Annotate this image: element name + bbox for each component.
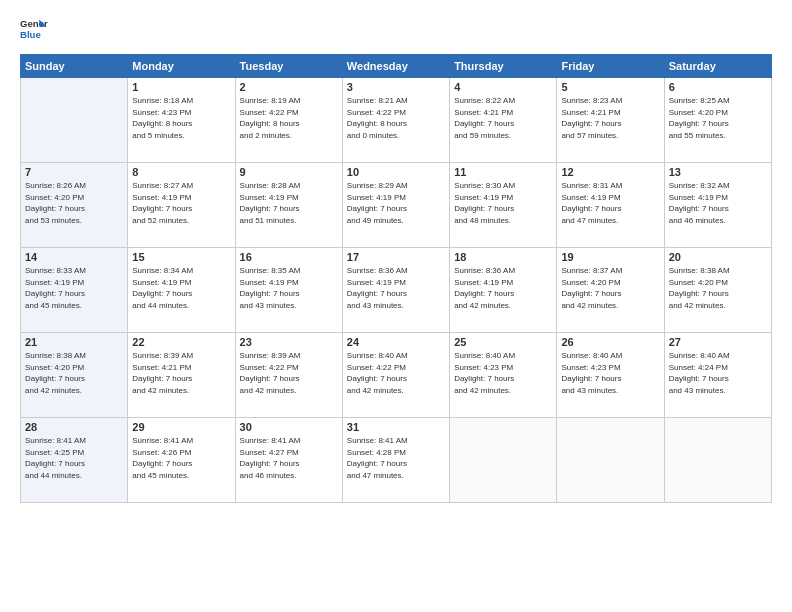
cell-info: Sunrise: 8:21 AMSunset: 4:22 PMDaylight:…: [347, 95, 445, 141]
calendar-cell: 8Sunrise: 8:27 AMSunset: 4:19 PMDaylight…: [128, 163, 235, 248]
calendar-cell: 2Sunrise: 8:19 AMSunset: 4:22 PMDaylight…: [235, 78, 342, 163]
cell-info: Sunrise: 8:40 AMSunset: 4:24 PMDaylight:…: [669, 350, 767, 396]
calendar-cell: 18Sunrise: 8:36 AMSunset: 4:19 PMDayligh…: [450, 248, 557, 333]
calendar-cell: 15Sunrise: 8:34 AMSunset: 4:19 PMDayligh…: [128, 248, 235, 333]
day-number: 7: [25, 166, 123, 178]
calendar-week-row: 14Sunrise: 8:33 AMSunset: 4:19 PMDayligh…: [21, 248, 772, 333]
calendar-cell: 26Sunrise: 8:40 AMSunset: 4:23 PMDayligh…: [557, 333, 664, 418]
cell-info: Sunrise: 8:36 AMSunset: 4:19 PMDaylight:…: [347, 265, 445, 311]
calendar-day-header: Thursday: [450, 55, 557, 78]
calendar-cell: 23Sunrise: 8:39 AMSunset: 4:22 PMDayligh…: [235, 333, 342, 418]
calendar-day-header: Monday: [128, 55, 235, 78]
calendar-cell: 19Sunrise: 8:37 AMSunset: 4:20 PMDayligh…: [557, 248, 664, 333]
cell-info: Sunrise: 8:28 AMSunset: 4:19 PMDaylight:…: [240, 180, 338, 226]
calendar-day-header: Saturday: [664, 55, 771, 78]
day-number: 5: [561, 81, 659, 93]
calendar-cell: 9Sunrise: 8:28 AMSunset: 4:19 PMDaylight…: [235, 163, 342, 248]
calendar-cell: 13Sunrise: 8:32 AMSunset: 4:19 PMDayligh…: [664, 163, 771, 248]
calendar-cell: 7Sunrise: 8:26 AMSunset: 4:20 PMDaylight…: [21, 163, 128, 248]
cell-info: Sunrise: 8:41 AMSunset: 4:27 PMDaylight:…: [240, 435, 338, 481]
calendar-cell: [664, 418, 771, 503]
cell-info: Sunrise: 8:34 AMSunset: 4:19 PMDaylight:…: [132, 265, 230, 311]
calendar-cell: [21, 78, 128, 163]
day-number: 20: [669, 251, 767, 263]
cell-info: Sunrise: 8:27 AMSunset: 4:19 PMDaylight:…: [132, 180, 230, 226]
day-number: 30: [240, 421, 338, 433]
day-number: 15: [132, 251, 230, 263]
cell-info: Sunrise: 8:41 AMSunset: 4:28 PMDaylight:…: [347, 435, 445, 481]
calendar-cell: 31Sunrise: 8:41 AMSunset: 4:28 PMDayligh…: [342, 418, 449, 503]
calendar-cell: 4Sunrise: 8:22 AMSunset: 4:21 PMDaylight…: [450, 78, 557, 163]
calendar-cell: 22Sunrise: 8:39 AMSunset: 4:21 PMDayligh…: [128, 333, 235, 418]
day-number: 14: [25, 251, 123, 263]
calendar-cell: 6Sunrise: 8:25 AMSunset: 4:20 PMDaylight…: [664, 78, 771, 163]
cell-info: Sunrise: 8:25 AMSunset: 4:20 PMDaylight:…: [669, 95, 767, 141]
calendar-cell: 14Sunrise: 8:33 AMSunset: 4:19 PMDayligh…: [21, 248, 128, 333]
calendar-cell: 10Sunrise: 8:29 AMSunset: 4:19 PMDayligh…: [342, 163, 449, 248]
calendar-week-row: 1Sunrise: 8:18 AMSunset: 4:23 PMDaylight…: [21, 78, 772, 163]
calendar-week-row: 21Sunrise: 8:38 AMSunset: 4:20 PMDayligh…: [21, 333, 772, 418]
day-number: 29: [132, 421, 230, 433]
calendar-cell: 20Sunrise: 8:38 AMSunset: 4:20 PMDayligh…: [664, 248, 771, 333]
logo: GeneralBlue: [20, 16, 48, 44]
calendar-cell: 24Sunrise: 8:40 AMSunset: 4:22 PMDayligh…: [342, 333, 449, 418]
calendar-cell: 21Sunrise: 8:38 AMSunset: 4:20 PMDayligh…: [21, 333, 128, 418]
day-number: 1: [132, 81, 230, 93]
cell-info: Sunrise: 8:31 AMSunset: 4:19 PMDaylight:…: [561, 180, 659, 226]
cell-info: Sunrise: 8:30 AMSunset: 4:19 PMDaylight:…: [454, 180, 552, 226]
day-number: 2: [240, 81, 338, 93]
day-number: 19: [561, 251, 659, 263]
calendar-cell: 25Sunrise: 8:40 AMSunset: 4:23 PMDayligh…: [450, 333, 557, 418]
cell-info: Sunrise: 8:40 AMSunset: 4:22 PMDaylight:…: [347, 350, 445, 396]
calendar-cell: [557, 418, 664, 503]
cell-info: Sunrise: 8:38 AMSunset: 4:20 PMDaylight:…: [669, 265, 767, 311]
day-number: 9: [240, 166, 338, 178]
calendar-week-row: 28Sunrise: 8:41 AMSunset: 4:25 PMDayligh…: [21, 418, 772, 503]
day-number: 11: [454, 166, 552, 178]
cell-info: Sunrise: 8:22 AMSunset: 4:21 PMDaylight:…: [454, 95, 552, 141]
calendar-cell: 30Sunrise: 8:41 AMSunset: 4:27 PMDayligh…: [235, 418, 342, 503]
cell-info: Sunrise: 8:33 AMSunset: 4:19 PMDaylight:…: [25, 265, 123, 311]
cell-info: Sunrise: 8:32 AMSunset: 4:19 PMDaylight:…: [669, 180, 767, 226]
day-number: 4: [454, 81, 552, 93]
calendar-cell: 16Sunrise: 8:35 AMSunset: 4:19 PMDayligh…: [235, 248, 342, 333]
calendar-header-row: SundayMondayTuesdayWednesdayThursdayFrid…: [21, 55, 772, 78]
day-number: 3: [347, 81, 445, 93]
calendar-day-header: Tuesday: [235, 55, 342, 78]
calendar-cell: 1Sunrise: 8:18 AMSunset: 4:23 PMDaylight…: [128, 78, 235, 163]
cell-info: Sunrise: 8:39 AMSunset: 4:21 PMDaylight:…: [132, 350, 230, 396]
cell-info: Sunrise: 8:38 AMSunset: 4:20 PMDaylight:…: [25, 350, 123, 396]
calendar-cell: 12Sunrise: 8:31 AMSunset: 4:19 PMDayligh…: [557, 163, 664, 248]
calendar-cell: 28Sunrise: 8:41 AMSunset: 4:25 PMDayligh…: [21, 418, 128, 503]
day-number: 28: [25, 421, 123, 433]
cell-info: Sunrise: 8:26 AMSunset: 4:20 PMDaylight:…: [25, 180, 123, 226]
cell-info: Sunrise: 8:18 AMSunset: 4:23 PMDaylight:…: [132, 95, 230, 141]
day-number: 12: [561, 166, 659, 178]
logo-icon: GeneralBlue: [20, 16, 48, 44]
cell-info: Sunrise: 8:19 AMSunset: 4:22 PMDaylight:…: [240, 95, 338, 141]
svg-text:General: General: [20, 18, 48, 29]
cell-info: Sunrise: 8:39 AMSunset: 4:22 PMDaylight:…: [240, 350, 338, 396]
calendar-table: SundayMondayTuesdayWednesdayThursdayFrid…: [20, 54, 772, 503]
day-number: 13: [669, 166, 767, 178]
day-number: 25: [454, 336, 552, 348]
calendar-cell: 11Sunrise: 8:30 AMSunset: 4:19 PMDayligh…: [450, 163, 557, 248]
day-number: 22: [132, 336, 230, 348]
day-number: 16: [240, 251, 338, 263]
cell-info: Sunrise: 8:35 AMSunset: 4:19 PMDaylight:…: [240, 265, 338, 311]
day-number: 26: [561, 336, 659, 348]
cell-info: Sunrise: 8:36 AMSunset: 4:19 PMDaylight:…: [454, 265, 552, 311]
page-header: GeneralBlue: [20, 16, 772, 44]
calendar-day-header: Friday: [557, 55, 664, 78]
calendar-cell: 27Sunrise: 8:40 AMSunset: 4:24 PMDayligh…: [664, 333, 771, 418]
day-number: 31: [347, 421, 445, 433]
day-number: 6: [669, 81, 767, 93]
day-number: 8: [132, 166, 230, 178]
day-number: 23: [240, 336, 338, 348]
day-number: 24: [347, 336, 445, 348]
svg-text:Blue: Blue: [20, 29, 41, 40]
day-number: 17: [347, 251, 445, 263]
calendar-cell: 29Sunrise: 8:41 AMSunset: 4:26 PMDayligh…: [128, 418, 235, 503]
cell-info: Sunrise: 8:40 AMSunset: 4:23 PMDaylight:…: [561, 350, 659, 396]
calendar-cell: [450, 418, 557, 503]
